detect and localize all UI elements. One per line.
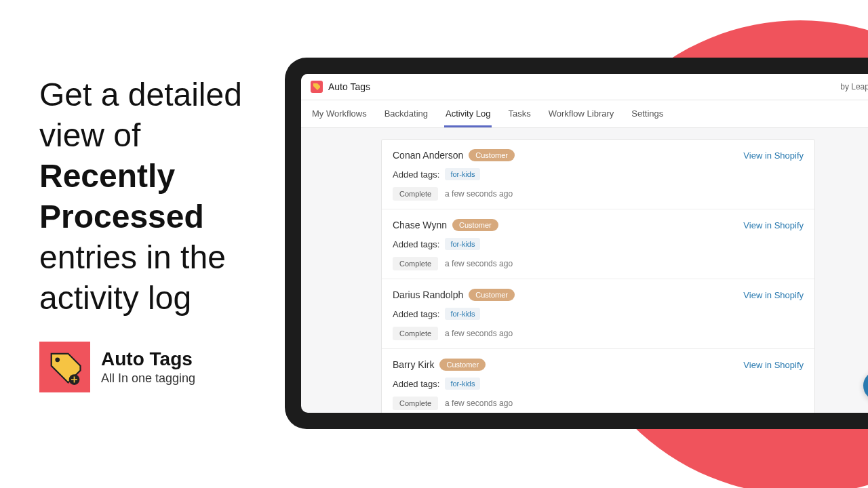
- view-in-shopify-link[interactable]: View in Shopify: [743, 220, 804, 230]
- view-in-shopify-link[interactable]: View in Shopify: [743, 150, 804, 161]
- customer-name: Chase Wynn: [393, 220, 447, 230]
- status-line: Completea few seconds ago: [393, 257, 804, 270]
- activity-log-entry: Conan AndersonCustomerView in ShopifyAdd…: [382, 140, 814, 209]
- app-tagline: All In one tagging: [101, 371, 195, 386]
- tab-backdating[interactable]: Backdating: [383, 100, 429, 127]
- app-header-byline: by Leap App: [840, 82, 868, 92]
- tag-pill: for-kids: [445, 168, 480, 180]
- time-ago: a few seconds ago: [445, 329, 513, 338]
- time-ago: a few seconds ago: [445, 189, 513, 199]
- status-badge: Complete: [393, 187, 438, 201]
- price-tag-icon: [47, 349, 83, 386]
- added-tags-line: Added tags:for-kids: [393, 308, 804, 320]
- customer-name: Barry Kirk: [393, 359, 434, 370]
- app-header-left: Auto Tags: [311, 81, 370, 93]
- status-badge: Complete: [393, 396, 438, 410]
- tab-activity-log[interactable]: Activity Log: [444, 100, 492, 127]
- tag-pill: for-kids: [445, 308, 480, 320]
- entry-header: Darius RandolphCustomerView in Shopify: [393, 289, 804, 301]
- device-frame: Auto Tags by Leap App My WorkflowsBackda…: [285, 58, 868, 429]
- app-identity-block: Auto Tags All In one tagging: [39, 342, 195, 392]
- tag-pill: for-kids: [445, 238, 480, 250]
- app-header-title: Auto Tags: [328, 81, 370, 92]
- activity-log-entry: Darius RandolphCustomerView in ShopifyAd…: [382, 279, 814, 349]
- activity-log-entry: Chase WynnCustomerView in ShopifyAdded t…: [382, 209, 814, 279]
- entry-name-wrap: Darius RandolphCustomer: [393, 289, 515, 301]
- tab-settings[interactable]: Settings: [630, 100, 665, 127]
- app-logo-icon: [311, 81, 323, 93]
- time-ago: a few seconds ago: [445, 259, 513, 268]
- tag-pill: for-kids: [445, 378, 480, 390]
- tab-tasks[interactable]: Tasks: [507, 100, 532, 127]
- status-badge: Complete: [393, 327, 438, 340]
- customer-badge: Customer: [469, 289, 515, 301]
- added-tags-label: Added tags:: [393, 379, 439, 389]
- activity-log-list: Conan AndersonCustomerView in ShopifyAdd…: [381, 139, 815, 413]
- app-screen: Auto Tags by Leap App My WorkflowsBackda…: [301, 74, 868, 413]
- headline-text: Get a detailed view of Recently Processe…: [39, 75, 263, 319]
- entry-header: Barry KirkCustomerView in Shopify: [393, 359, 804, 371]
- status-line: Completea few seconds ago: [393, 327, 804, 340]
- app-name: Auto Tags: [101, 348, 195, 370]
- view-in-shopify-link[interactable]: View in Shopify: [743, 360, 804, 370]
- added-tags-label: Added tags:: [393, 309, 439, 319]
- added-tags-line: Added tags:for-kids: [393, 168, 804, 180]
- app-header-bar: Auto Tags by Leap App: [301, 74, 868, 100]
- activity-log-area: Conan AndersonCustomerView in ShopifyAdd…: [301, 128, 868, 413]
- svg-point-0: [55, 357, 60, 362]
- time-ago: a few seconds ago: [445, 399, 513, 408]
- entry-name-wrap: Chase WynnCustomer: [393, 219, 498, 231]
- customer-badge: Customer: [439, 359, 486, 371]
- customer-badge: Customer: [469, 149, 515, 161]
- added-tags-line: Added tags:for-kids: [393, 378, 804, 390]
- tab-my-workflows[interactable]: My Workflows: [311, 100, 368, 127]
- entry-name-wrap: Barry KirkCustomer: [393, 359, 486, 371]
- activity-log-entry: Barry KirkCustomerView in ShopifyAdded t…: [382, 349, 814, 413]
- marketing-headline-block: Get a detailed view of Recently Processe…: [39, 75, 263, 319]
- added-tags-line: Added tags:for-kids: [393, 238, 804, 250]
- added-tags-label: Added tags:: [393, 169, 439, 180]
- entry-header: Chase WynnCustomerView in Shopify: [393, 219, 804, 231]
- headline-part2: entries in the activity log: [39, 239, 226, 316]
- headline-bold: Recently Processed: [39, 158, 204, 235]
- added-tags-label: Added tags:: [393, 239, 439, 249]
- customer-name: Darius Randolph: [393, 289, 463, 300]
- customer-name: Conan Anderson: [393, 150, 463, 161]
- status-line: Completea few seconds ago: [393, 187, 804, 201]
- status-line: Completea few seconds ago: [393, 396, 804, 410]
- tab-bar: My WorkflowsBackdatingActivity LogTasksW…: [301, 100, 868, 128]
- customer-badge: Customer: [452, 219, 498, 231]
- entry-header: Conan AndersonCustomerView in Shopify: [393, 149, 804, 161]
- app-icon: [39, 342, 90, 392]
- tab-workflow-library[interactable]: Workflow Library: [547, 100, 616, 127]
- entry-name-wrap: Conan AndersonCustomer: [393, 149, 515, 161]
- status-badge: Complete: [393, 257, 438, 270]
- app-labels: Auto Tags All In one tagging: [101, 348, 195, 386]
- view-in-shopify-link[interactable]: View in Shopify: [743, 290, 804, 300]
- headline-part1: Get a detailed view of: [39, 77, 242, 153]
